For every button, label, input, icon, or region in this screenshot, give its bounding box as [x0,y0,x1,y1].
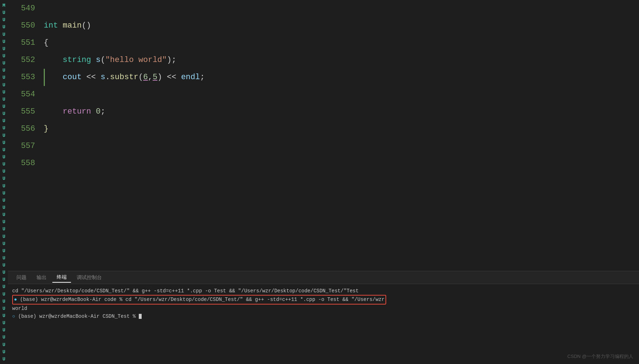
code-content-555: return 0; [44,103,639,120]
code-lines: 549 550 int main() 551 { 552 string s("h… [8,0,639,172]
tab-terminal[interactable]: 终端 [52,273,71,283]
code-line-556: 556 } [8,120,639,138]
line-number-556: 556 [8,120,44,138]
code-editor[interactable]: 549 550 int main() 551 { 552 string s("h… [8,0,639,271]
code-line-551: 551 { [8,34,639,52]
tab-debug-console[interactable]: 调试控制台 [72,273,106,282]
code-content-553: cout << s.substr(6,5) << endl; [44,69,639,86]
code-line-549: 549 [8,0,639,17]
code-content-550: int main() [44,17,639,34]
tab-output[interactable]: 输出 [32,273,51,282]
terminal-tabs: 问题 输出 终端 调试控制台 [8,271,639,284]
terminal-line-3: world [12,305,635,312]
line-number-552: 552 [8,52,44,69]
code-line-550: 550 int main() [8,17,639,34]
code-line-554: 554 [8,86,639,103]
left-gutter: M U U U U U U U U U U U U U U U U U U U … [0,0,8,364]
code-content-552: string s("hello world"); [44,52,639,69]
code-line-553: 553 cout << s.substr(6,5) << endl; [8,69,639,86]
terminal-prompt-blue: ● [14,297,17,302]
code-content-556: } [44,120,639,138]
terminal-panel: 问题 输出 终端 调试控制台 cd "/Users/wzr/Desktop/co… [8,271,639,364]
code-content-551: { [44,34,639,52]
token-int: int [44,21,58,30]
code-line-557: 557 [8,138,639,155]
terminal-line-2: ● (base) wzr@wzrdeMacBook-Air code % cd … [12,295,635,304]
line-number-554: 554 [8,86,44,103]
line-number-557: 557 [8,138,44,155]
tab-problems[interactable]: 问题 [12,273,31,282]
code-line-558: 558 [8,155,639,172]
line-number-551: 551 [8,34,44,52]
token-main: main [63,21,82,30]
terminal-cursor [139,314,142,319]
terminal-line-1: cd "/Users/wzr/Desktop/code/CSDN_Test/" … [12,287,635,295]
code-line-552: 552 string s("hello world"); [8,52,639,69]
editor-area: 549 550 int main() 551 { 552 string s("h… [8,0,639,364]
terminal-highlight-box: ● (base) wzr@wzrdeMacBook-Air code % cd … [12,295,386,304]
line-number-549: 549 [8,0,44,17]
line-number-558: 558 [8,155,44,172]
line-number-555: 555 [8,103,44,120]
terminal-content[interactable]: cd "/Users/wzr/Desktop/code/CSDN_Test/" … [8,284,639,364]
csdn-watermark: CSDN @一个努力学习编程的人 [567,353,633,360]
line-number-550: 550 [8,17,44,34]
active-line-bar [44,69,45,86]
code-line-555: 555 return 0; [8,103,639,120]
terminal-line-4: ○ (base) wzr@wzrdeMacBook-Air CSDN_Test … [12,312,635,320]
line-number-553: 553 [8,69,44,86]
terminal-prompt-circle-2: ○ [12,313,15,319]
